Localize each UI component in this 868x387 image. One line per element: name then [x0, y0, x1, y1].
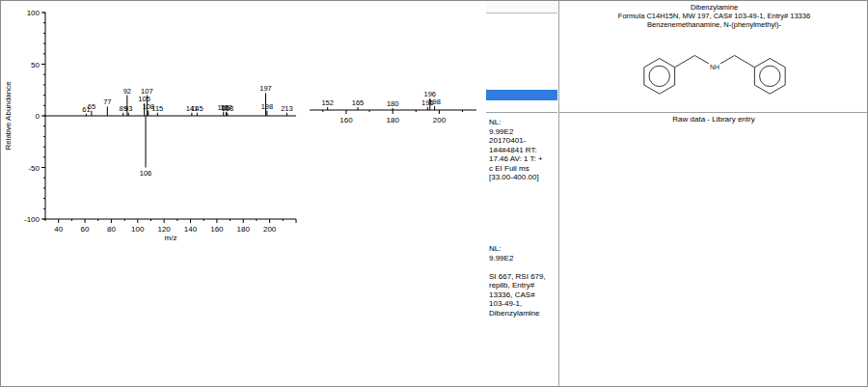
structure-synonym: Benzenemethanamine, N-(phenylmethyl)- [559, 20, 868, 29]
bond-left [674, 55, 708, 67]
svg-text:-50: -50 [28, 164, 40, 173]
svg-text:40: 40 [54, 225, 63, 234]
svg-text:165: 165 [352, 98, 365, 107]
svg-text:120: 120 [157, 225, 171, 234]
svg-text:Relative Abundance: Relative Abundance [4, 81, 13, 151]
svg-text:93: 93 [124, 104, 132, 113]
nh-label: NH [710, 64, 719, 70]
svg-text:77: 77 [103, 97, 111, 106]
svg-text:152: 152 [321, 98, 334, 107]
svg-text:213: 213 [281, 104, 293, 113]
svg-text:180: 180 [237, 225, 251, 234]
molecule-structure: NH [594, 29, 835, 110]
svg-text:197: 197 [259, 84, 272, 93]
library-annotation: NL: 9.99E2 SI 667, RSI 679, replib, Entr… [489, 244, 558, 318]
svg-text:198: 198 [428, 97, 441, 106]
svg-text:-100: -100 [24, 215, 41, 224]
difference-spectrum-chart[interactable]: -100-50050100406080100120140160180200616… [1, 1, 310, 262]
svg-text:160: 160 [339, 116, 353, 124]
svg-text:145: 145 [191, 104, 203, 113]
ms-search-window: HitSIRSIProbNameLibrary Name 171975934.5… [0, 0, 868, 387]
structure-panel: Dibenzylamine Formula C14H15N, MW 197, C… [558, 1, 868, 113]
svg-text:140: 140 [184, 225, 198, 234]
svg-text:0: 0 [36, 112, 41, 121]
aromatic-circle-right [759, 66, 779, 86]
svg-text:198: 198 [261, 102, 274, 111]
svg-text:168: 168 [222, 104, 234, 113]
svg-text:107: 107 [141, 87, 153, 96]
difference-plot-title: Raw data - Library entry [559, 115, 868, 126]
svg-text:50: 50 [31, 61, 40, 69]
vertical-splitter[interactable] [558, 113, 559, 387]
svg-text:115: 115 [151, 104, 163, 113]
svg-text:160: 160 [210, 225, 224, 234]
svg-text:100: 100 [131, 225, 145, 234]
structure-title: Dibenzylamine [559, 3, 868, 12]
svg-text:200: 200 [263, 225, 277, 234]
svg-text:106: 106 [140, 169, 152, 178]
svg-text:92: 92 [123, 87, 131, 96]
difference-spectrum-plot: -100-50050100406080100120140160180200616… [1, 1, 310, 262]
aromatic-circle-left [649, 66, 669, 86]
svg-text:100: 100 [27, 9, 41, 17]
structure-formula: Formula C14H15N, MW 197, CAS# 103-49-1, … [559, 12, 868, 20]
svg-text:m/z: m/z [165, 234, 177, 242]
svg-text:180: 180 [387, 99, 399, 108]
svg-text:180: 180 [387, 116, 400, 124]
svg-text:200: 200 [433, 116, 447, 124]
bond-right [720, 55, 754, 67]
svg-text:80: 80 [107, 225, 116, 234]
svg-text:60: 60 [81, 225, 90, 234]
query-annotation: NL: 9.99E2 20170401- 1#4#4841 RT: 17.46 … [489, 118, 558, 182]
svg-text:65: 65 [88, 102, 95, 111]
